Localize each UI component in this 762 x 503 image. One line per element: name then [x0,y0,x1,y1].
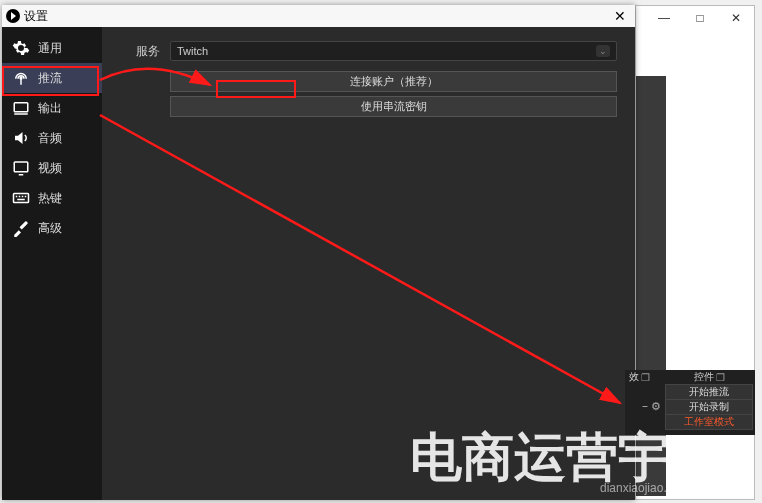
sidebar-item-label: 热键 [38,190,62,207]
close-button[interactable]: ✕ [609,8,631,24]
svg-point-0 [20,77,22,79]
chevron-icon: ⌄ [596,45,610,57]
keyboard-icon [12,189,30,207]
gear-icon [12,39,30,57]
minus-icon[interactable]: − [642,401,648,412]
svg-rect-2 [14,162,28,172]
antenna-icon [12,69,30,87]
display-icon [12,159,30,177]
bg-close-button[interactable]: ✕ [718,6,754,30]
studio-mode-button[interactable]: 工作室模式 [665,414,753,430]
service-value: Twitch [177,45,208,57]
sidebar-item-output[interactable]: 输出 [2,93,102,123]
titlebar: 设置 ✕ [2,5,635,27]
sidebar-item-general[interactable]: 通用 [2,33,102,63]
tools-icon [12,219,30,237]
sidebar-item-label: 视频 [38,160,62,177]
app-icon [6,9,20,23]
svg-rect-3 [14,194,29,203]
service-label: 服务 [120,43,160,60]
svg-rect-1 [14,103,28,112]
content-area: 服务 Twitch ⌄ 连接账户（推荐） 使用串流密钥 [102,27,635,500]
bg-max-button[interactable]: □ [682,6,718,30]
speaker-icon [12,129,30,147]
popout-icon[interactable]: ❐ [716,372,725,383]
obs-controls-panel: 效❐ 控件❐ 开始推流 −⚙ 开始录制 工作室模式 [625,370,755,435]
settings-window: 设置 ✕ 通用 推流 输出 [2,5,635,500]
window-title: 设置 [24,8,48,25]
use-stream-key-button[interactable]: 使用串流密钥 [170,96,617,117]
sidebar-item-label: 输出 [38,100,62,117]
bg-min-button[interactable]: — [646,6,682,30]
sidebar-item-stream[interactable]: 推流 [2,63,102,93]
popout-icon[interactable]: ❐ [641,372,650,383]
sidebar-item-label: 推流 [38,70,62,87]
sidebar-item-audio[interactable]: 音频 [2,123,102,153]
sidebar-item-label: 音频 [38,130,62,147]
connect-account-button[interactable]: 连接账户（推荐） [170,71,617,92]
start-streaming-button[interactable]: 开始推流 [665,384,753,400]
sidebar-item-advanced[interactable]: 高级 [2,213,102,243]
panel-col-controls: 控件 [694,370,714,384]
start-recording-button[interactable]: 开始录制 [665,399,753,415]
sidebar-item-label: 通用 [38,40,62,57]
panel-col-effects: 效 [629,370,639,384]
monitor-icon [12,99,30,117]
sidebar-item-label: 高级 [38,220,62,237]
sidebar-item-video[interactable]: 视频 [2,153,102,183]
service-select[interactable]: Twitch ⌄ [170,41,617,61]
bg-window-controls: — □ ✕ [646,6,754,30]
sidebar: 通用 推流 输出 音频 [2,27,102,500]
gear-icon[interactable]: ⚙ [651,400,661,413]
sidebar-item-hotkeys[interactable]: 热键 [2,183,102,213]
